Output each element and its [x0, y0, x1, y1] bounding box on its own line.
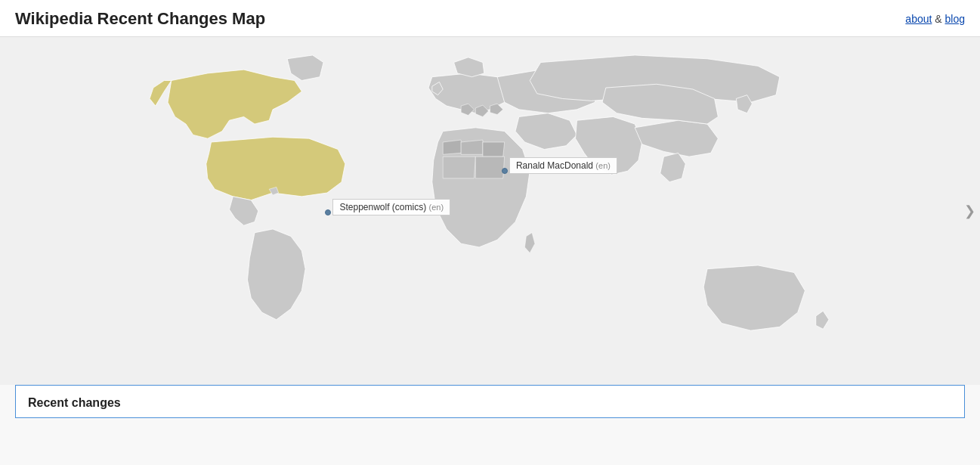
map-wrapper: Steppenwolf (comics) (en) Ranald MacDona…	[0, 37, 980, 385]
recent-changes-title: Recent changes	[28, 396, 952, 410]
page-title: Wikipedia Recent Changes Map	[15, 9, 265, 29]
recent-changes-section: Recent changes	[15, 385, 965, 418]
about-link[interactable]: about	[905, 13, 932, 25]
page-header: Wikipedia Recent Changes Map about & blo…	[0, 0, 980, 37]
world-map-svg	[0, 37, 980, 385]
map-container[interactable]: Steppenwolf (comics) (en) Ranald MacDona…	[0, 37, 980, 385]
header-links: about & blog	[905, 13, 965, 25]
map-dot-ranald	[502, 168, 508, 174]
blog-link[interactable]: blog	[945, 13, 965, 25]
link-separator: &	[935, 13, 944, 25]
scroll-arrow[interactable]: ❯	[964, 203, 975, 219]
map-dot-steppenwolf	[325, 209, 331, 215]
